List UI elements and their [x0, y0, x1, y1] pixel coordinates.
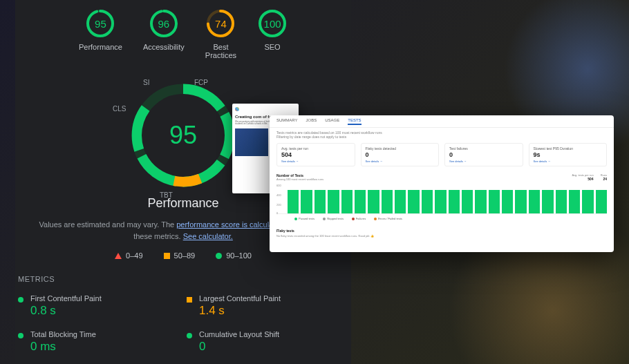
stat-link[interactable]: See details → — [534, 160, 603, 163]
chart-bar[interactable] — [582, 190, 593, 213]
legend-dot-icon — [374, 218, 377, 220]
legend-dot-icon — [294, 218, 297, 220]
stat-value: 0 — [366, 151, 435, 158]
chart-bar[interactable] — [328, 190, 339, 213]
metric-value: 0 — [199, 340, 279, 354]
gauge-seg-fcp: FCP — [194, 79, 208, 86]
score-label: SEO — [257, 43, 288, 51]
stat-label: Slowest test P95 Duration — [534, 146, 603, 151]
legend-label: 0–49 — [126, 251, 142, 260]
stat-card: Slowest test P95 Duration 9s See details… — [529, 143, 608, 166]
chart-bar[interactable] — [529, 190, 540, 213]
chart-bar[interactable] — [449, 190, 460, 213]
tests-tabs: SUMMARYJOBSUSAGETESTS — [270, 115, 614, 128]
stat-link[interactable]: See details → — [449, 160, 518, 163]
stat-card: Test failures 0 See details → — [444, 143, 523, 166]
score-row: 95 Performance 96 Accessibility 74 BestP… — [15, 0, 351, 59]
legend-shape-icon — [216, 253, 222, 259]
gauge-seg-si: SI — [143, 79, 149, 86]
metric-status-icon — [18, 297, 24, 303]
tab-tests[interactable]: TESTS — [348, 118, 361, 125]
metrics-grid: First Contentful Paint 0.8 s Largest Con… — [15, 290, 351, 364]
chart-bar[interactable] — [355, 190, 366, 213]
tests-stats: Avg. tests per run 504 See details → Fla… — [270, 140, 614, 169]
chart-bar[interactable] — [502, 190, 513, 213]
metric-name: Total Blocking Time — [30, 330, 96, 338]
chart-bar[interactable] — [341, 190, 353, 213]
metric-status-icon — [187, 333, 192, 338]
legend-shape-icon — [115, 253, 122, 259]
chart-bar[interactable] — [368, 190, 379, 213]
score-label: Accessibility — [143, 43, 185, 51]
stat-link[interactable]: See details → — [281, 160, 350, 163]
score-value: 96 — [149, 8, 179, 39]
performance-gauge: 95 SI FCP LCP TBT CLS — [128, 80, 238, 191]
stat-label: Test failures — [449, 146, 518, 151]
legend-label: 50–89 — [174, 251, 196, 260]
chart-bar[interactable] — [542, 190, 553, 213]
perf-score-calc-link[interactable]: performance score is calculated — [176, 220, 283, 229]
metric-value: 0 ms — [30, 340, 96, 354]
legend-item: 50–89 — [164, 251, 196, 260]
tab-jobs[interactable]: JOBS — [306, 118, 317, 125]
chart-bar[interactable] — [435, 190, 446, 213]
tab-usage[interactable]: USAGE — [325, 118, 339, 125]
chart-bar[interactable] — [301, 190, 312, 213]
legend-item: 90–100 — [216, 251, 252, 260]
metric-name: First Contentful Paint — [30, 294, 102, 303]
metrics-header: METRICS — [18, 275, 351, 283]
score-best-practices[interactable]: 74 BestPractices — [205, 8, 236, 59]
metric-item[interactable]: Largest Contentful Paint 1.4 s — [187, 290, 348, 322]
stat-label: Avg. tests per run — [281, 146, 350, 151]
chart-bar[interactable] — [569, 190, 580, 213]
chart-bar[interactable] — [314, 190, 326, 213]
metric-value: 0.8 s — [30, 304, 102, 318]
metric-status-icon — [18, 333, 24, 338]
flaky-tests-section: Flaky tests No flaky tests recorded amon… — [270, 224, 614, 242]
stat-label: Flaky tests detected — [366, 146, 435, 151]
chart-bar[interactable] — [395, 190, 406, 213]
chart-bar[interactable] — [462, 190, 473, 213]
flaky-title: Flaky tests — [276, 229, 607, 233]
chart-legend-item: Passed tests — [294, 217, 314, 220]
score-seo[interactable]: 100 SEO — [257, 8, 288, 59]
legend-item: 0–49 — [115, 251, 142, 260]
ytick-400: 400 — [276, 193, 281, 197]
stat-card: Flaky tests detected 0 See details → — [361, 143, 440, 166]
chart-bar[interactable] — [422, 190, 433, 213]
stat-link[interactable]: See details → — [366, 160, 435, 163]
chart-bar[interactable] — [596, 190, 607, 213]
chart-legend-item: Skipped tests — [323, 217, 344, 220]
tests-info: Tests metrics are calculated based on 10… — [270, 128, 614, 140]
chart-bar[interactable] — [556, 190, 567, 213]
metric-name: Cumulative Layout Shift — [199, 330, 279, 338]
legend-dot-icon — [323, 218, 326, 220]
stat-value: 9s — [534, 151, 603, 158]
chart-bar[interactable] — [515, 190, 526, 213]
chart-bar[interactable] — [382, 190, 393, 213]
ytick-0: 0 — [276, 211, 278, 215]
metric-item[interactable]: First Contentful Paint 0.8 s — [18, 290, 180, 322]
chart-bar[interactable] — [489, 190, 500, 213]
flaky-subtitle: No flaky tests recorded among the 100 le… — [276, 234, 607, 238]
chart-subtitle: Among 100 most recent workflow runs — [276, 178, 323, 181]
stat-value: 0 — [449, 151, 518, 158]
score-performance[interactable]: 95 Performance — [79, 8, 122, 59]
gauge-score: 95 — [128, 80, 238, 191]
score-accessibility[interactable]: 96 Accessibility — [143, 8, 185, 59]
chart-bars: 600 400 200 0 — [276, 185, 607, 214]
chart-bar[interactable] — [475, 190, 486, 213]
score-label: Performance — [79, 43, 122, 51]
tab-summary[interactable]: SUMMARY — [276, 118, 298, 125]
legend-label: 90–100 — [226, 251, 252, 260]
tests-chart: Number of Tests Among 100 most recent wo… — [270, 169, 614, 224]
chart-bar[interactable] — [408, 190, 419, 213]
metric-item[interactable]: Total Blocking Time 0 ms — [18, 326, 180, 358]
metric-name: Largest Contentful Paint — [199, 294, 281, 303]
metric-value: 1.4 s — [199, 304, 281, 318]
gauge-seg-cls: CLS — [113, 105, 126, 113]
chart-r1-value: 504 — [572, 177, 593, 181]
see-calculator-link[interactable]: See calculator. — [183, 232, 233, 240]
metric-item[interactable]: Cumulative Layout Shift 0 — [187, 326, 348, 358]
chart-bar[interactable] — [288, 190, 299, 213]
